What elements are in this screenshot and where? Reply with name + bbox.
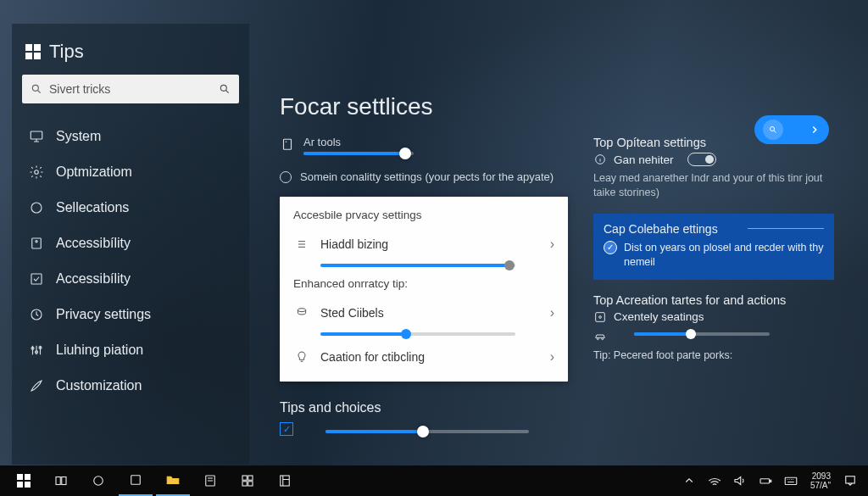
sidebar: Tips Sivert tricks System Optmizatiom Se… [12,24,249,465]
start-button[interactable] [7,465,41,496]
brush-icon [29,378,44,393]
list-icon [293,237,310,251]
taskbar: 2093 57/A" [0,465,868,496]
tray-up-icon[interactable] [678,465,700,496]
taskbar-app-3[interactable] [231,465,264,496]
taskbar-app-4[interactable] [268,465,302,496]
sidebar-item-optimization[interactable]: Optmizatiom [22,154,239,190]
sidebar-item-sellecations[interactable]: Sellecations [22,190,239,226]
svg-rect-23 [56,477,60,485]
taskview-button[interactable] [44,465,78,496]
svg-rect-4 [31,131,42,139]
divider [748,228,824,229]
svg-point-6 [31,203,42,213]
privacy-card: Accesbile prvacy settings Hiaddl bizing … [280,197,568,382]
file-explorer-button[interactable] [156,465,190,496]
sidebar-item-system[interactable]: System [22,119,239,154]
clock-sub: 57/A" [810,481,831,490]
sidebar-item-privacy[interactable]: Privacy settings [22,297,239,332]
battery-icon[interactable] [754,465,776,496]
svg-rect-26 [131,476,141,485]
opitean-desc: Leay med anarether Indr and your of this… [593,171,834,200]
volume-icon[interactable] [729,465,751,496]
search-input[interactable]: Sivert tricks [22,75,239,103]
app-title-text: Tips [49,41,84,63]
search-toggle-pill[interactable] [754,115,829,144]
card-heading-1: Accesbile prvacy settings [293,209,554,221]
svg-rect-24 [62,477,66,485]
action-center-icon[interactable] [839,465,861,496]
card-row-sted[interactable]: Sted Ciibels › [293,297,554,329]
taskbar-app-2[interactable] [193,465,227,496]
svg-point-8 [36,241,37,242]
svg-point-25 [94,476,103,486]
svg-rect-7 [32,238,42,248]
ar-tools-slider[interactable] [303,152,414,155]
svg-point-2 [220,85,226,91]
info-icon [593,153,607,166]
windows-logo-icon [17,474,31,488]
tips-heading: Tips and choices [280,400,568,415]
sidebar-item-accessibility-1[interactable]: Accessibílity [22,226,239,261]
search-action-icon[interactable] [219,83,231,95]
card-row-label: Caation for ctibcling [320,350,540,364]
sted-slider[interactable] [320,332,515,336]
search-placeholder: Sivert tricks [49,82,110,96]
chevron-right-icon: › [550,237,554,252]
main-content: Focar settlices Ar tools Somein conalitt… [280,93,851,436]
privacy-icon [29,307,44,322]
colebahe-title: Cap Colebahe ettings [604,222,718,236]
svg-point-5 [35,170,39,175]
settings-square-icon [593,310,607,324]
hiaddl-slider[interactable] [320,264,515,267]
card-row-label: Sted Ciibels [320,306,540,320]
sidebar-item-label: Accessibílity [56,236,131,251]
svg-rect-34 [770,480,771,482]
coniality-radio[interactable]: Somein conalitty settings (your pects fo… [280,170,568,183]
sidebar-item-label: Liuhing piation [56,343,143,358]
check-circle-icon: ✓ [604,241,617,254]
svg-line-15 [774,131,776,133]
card-row-hiaddl[interactable]: Hiaddl bizing › [293,228,554,260]
chevron-right-icon: › [550,305,554,320]
clock-time: 2093 [810,471,831,481]
svg-rect-29 [248,476,253,480]
cxentely-label: Cxentely seatings [614,310,704,323]
card-row-caation[interactable]: Caation for ctibcling › [293,341,554,373]
tips-slider[interactable] [326,430,529,433]
radio-icon [280,171,292,183]
acreation-title: Top Acreation tartes for and actions [593,293,834,307]
svg-point-0 [32,85,38,91]
sidebar-item-accessibility-2[interactable]: Accessibílity [22,261,239,297]
svg-point-14 [771,127,775,131]
search-icon [763,120,783,140]
radio-label: Somein conalitty settings (your pects fo… [300,170,554,183]
keyboard-icon[interactable] [780,465,802,496]
network-icon[interactable] [704,465,726,496]
sidebar-item-label: System [56,129,101,144]
gear-icon [29,164,44,180]
svg-rect-30 [242,482,247,486]
chevron-right-icon: › [550,349,554,365]
taskbar-app-1[interactable] [119,465,153,496]
svg-point-21 [597,337,598,339]
cxentely-slider[interactable] [634,332,770,336]
svg-rect-19 [596,312,605,321]
bulb-icon [293,350,310,364]
cortana-button[interactable] [81,465,115,496]
colebahe-card[interactable]: Cap Colebahe ettings ✓ Dist on years on … [593,214,834,280]
ar-tools-label: Ar tools [303,136,568,148]
accessibility-icon [29,236,44,251]
sidebar-item-liuhing[interactable]: Liuhing piation [22,332,239,368]
svg-rect-31 [248,482,253,486]
gan-toggle[interactable] [687,153,716,166]
sidebar-item-customization[interactable]: Customization [22,368,239,404]
svg-rect-9 [31,274,42,284]
svg-line-1 [38,91,41,93]
sliders-icon [29,343,44,358]
svg-rect-32 [281,476,290,486]
taskbar-clock[interactable]: 2093 57/A" [805,471,836,490]
sidebar-item-label: Customization [56,378,142,393]
checkbox-icon[interactable]: ✓ [280,422,293,436]
svg-rect-16 [284,139,292,149]
